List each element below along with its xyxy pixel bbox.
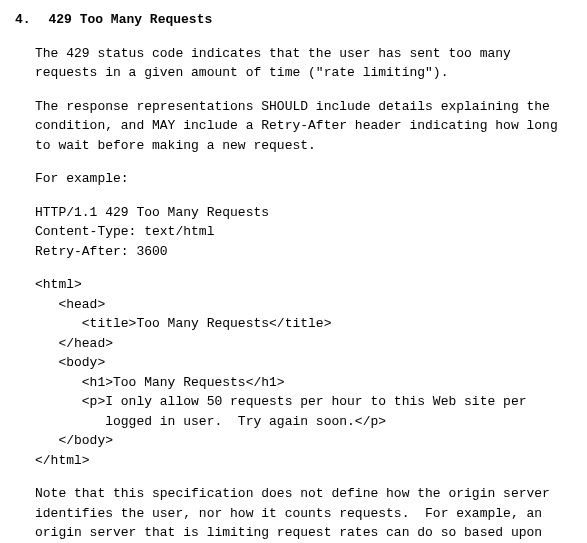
code-http-headers: HTTP/1.1 429 Too Many Requests Content-T… bbox=[35, 203, 572, 262]
section-title: 429 Too Many Requests bbox=[48, 12, 212, 27]
code-html-body: <html> <head> <title>Too Many Requests</… bbox=[35, 275, 572, 470]
paragraph-note: Note that this specification does not de… bbox=[35, 484, 572, 543]
section-content: The 429 status code indicates that the u… bbox=[35, 44, 572, 544]
paragraph-intro: The 429 status code indicates that the u… bbox=[35, 44, 572, 83]
section-number: 4. bbox=[15, 10, 31, 30]
section-header: 4. 429 Too Many Requests bbox=[15, 10, 572, 30]
paragraph-should: The response representations SHOULD incl… bbox=[35, 97, 572, 156]
paragraph-example-label: For example: bbox=[35, 169, 572, 189]
